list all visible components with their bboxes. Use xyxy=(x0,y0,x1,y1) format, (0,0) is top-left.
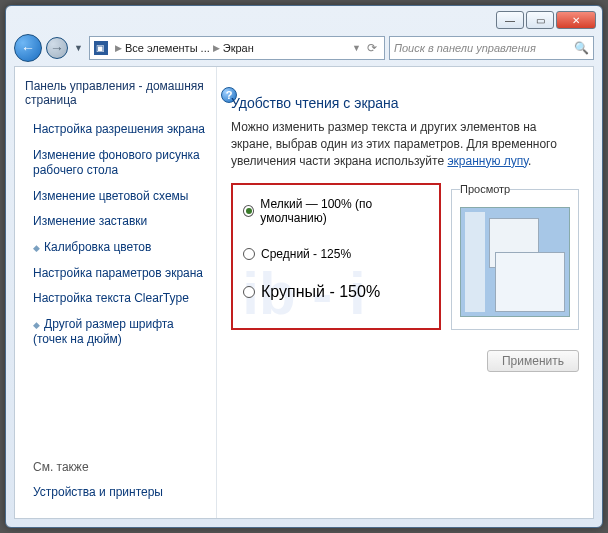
radio-label: Крупный - 150% xyxy=(261,283,380,301)
radio-large-150[interactable]: Крупный - 150% xyxy=(243,283,429,301)
minimize-button[interactable]: — xyxy=(496,11,524,29)
back-button[interactable]: ← xyxy=(14,34,42,62)
radio-icon xyxy=(243,248,255,260)
radio-icon xyxy=(243,205,254,217)
forward-button[interactable]: → xyxy=(46,37,68,59)
nav-history-dropdown[interactable]: ▼ xyxy=(72,43,85,53)
maximize-button[interactable]: ▭ xyxy=(526,11,554,29)
close-button[interactable]: ✕ xyxy=(556,11,596,29)
apply-button[interactable]: Применить xyxy=(487,350,579,372)
sidebar-link-dpi[interactable]: ◆Другой размер шрифта (точек на дюйм) xyxy=(33,317,206,348)
shield-icon: ◆ xyxy=(33,320,40,330)
sidebar-link-wallpaper[interactable]: Изменение фонового рисунка рабочего стол… xyxy=(33,148,206,179)
sidebar-link-resolution[interactable]: Настройка разрешения экрана xyxy=(33,122,206,138)
refresh-icon[interactable]: ⟳ xyxy=(364,41,380,55)
search-placeholder: Поиск в панели управления xyxy=(394,42,574,54)
see-also-heading: См. также xyxy=(33,460,206,474)
preview-legend: Просмотр xyxy=(460,183,510,195)
address-bar: ← → ▼ ▣ ▶ Все элементы ... ▶ Экран ▼ ⟳ П… xyxy=(6,30,602,66)
preview-panel: Просмотр xyxy=(451,183,579,330)
magnifier-link[interactable]: экранную лупу xyxy=(447,154,528,168)
sidebar-link-colorscheme[interactable]: Изменение цветовой схемы xyxy=(33,189,206,205)
control-panel-window: — ▭ ✕ ← → ▼ ▣ ▶ Все элементы ... ▶ Экран… xyxy=(5,5,603,528)
chevron-right-icon: ▶ xyxy=(112,43,125,53)
breadcrumb-item[interactable]: Все элементы ... xyxy=(125,42,210,54)
scale-options-highlight: Мелкий — 100% (по умолчанию) Средний - 1… xyxy=(231,183,441,330)
control-panel-icon: ▣ xyxy=(94,41,108,55)
sidebar-link-display-params[interactable]: Настройка параметров экрана xyxy=(33,266,206,282)
main-panel: ? Удобство чтения с экрана Можно изменит… xyxy=(217,67,593,518)
page-description: Можно изменить размер текста и других эл… xyxy=(231,119,579,169)
radio-medium-125[interactable]: Средний - 125% xyxy=(243,247,429,261)
radio-label: Средний - 125% xyxy=(261,247,351,261)
chevron-down-icon[interactable]: ▼ xyxy=(349,43,364,53)
preview-thumbnail xyxy=(460,207,570,317)
search-icon: 🔍 xyxy=(574,41,589,55)
breadcrumb-item[interactable]: Экран xyxy=(223,42,254,54)
sidebar-link-devices[interactable]: Устройства и принтеры xyxy=(33,485,206,501)
radio-icon xyxy=(243,286,255,298)
titlebar: — ▭ ✕ xyxy=(6,6,602,30)
radio-label: Мелкий — 100% (по умолчанию) xyxy=(260,197,429,225)
radio-small-100[interactable]: Мелкий — 100% (по умолчанию) xyxy=(243,197,429,225)
breadcrumb[interactable]: ▣ ▶ Все элементы ... ▶ Экран ▼ ⟳ xyxy=(89,36,385,60)
page-title: Удобство чтения с экрана xyxy=(231,95,579,111)
sidebar-link-cleartype[interactable]: Настройка текста ClearType xyxy=(33,291,206,307)
sidebar: Панель управления - домашняя страница На… xyxy=(15,67,217,518)
content-area: ib - i Панель управления - домашняя стра… xyxy=(14,66,594,519)
sidebar-heading[interactable]: Панель управления - домашняя страница xyxy=(25,79,206,107)
sidebar-link-screensaver[interactable]: Изменение заставки xyxy=(33,214,206,230)
shield-icon: ◆ xyxy=(33,243,40,253)
chevron-right-icon: ▶ xyxy=(210,43,223,53)
search-input[interactable]: Поиск в панели управления 🔍 xyxy=(389,36,594,60)
sidebar-link-calibrate[interactable]: ◆Калибровка цветов xyxy=(33,240,206,256)
